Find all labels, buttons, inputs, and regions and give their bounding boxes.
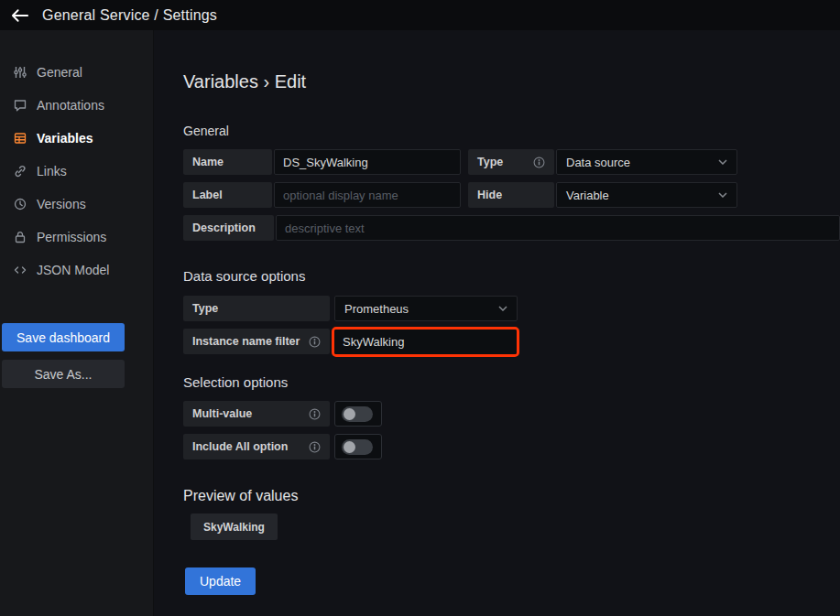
- chevron-down-icon: [718, 192, 727, 198]
- back-button[interactable]: [11, 8, 29, 23]
- sidebar-item-annotations[interactable]: Annotations: [0, 89, 153, 122]
- history-icon: [13, 197, 27, 211]
- type-label: Type: [468, 149, 554, 175]
- sidebar-item-json-model[interactable]: JSON Model: [0, 254, 153, 286]
- ds-type-select[interactable]: Prometheus: [334, 296, 518, 321]
- name-input[interactable]: [274, 149, 461, 175]
- chevron-down-icon: [498, 306, 507, 311]
- ds-type-label-text: Type: [192, 302, 218, 315]
- instance-name-filter-label-text: Instance name filter: [192, 335, 300, 348]
- sidebar-item-versions[interactable]: Versions: [0, 188, 153, 221]
- label-input[interactable]: [274, 182, 461, 208]
- label-label: Label: [183, 182, 272, 208]
- save-dashboard-button[interactable]: Save dashboard: [2, 323, 125, 351]
- link-icon: [13, 164, 27, 178]
- ds-type-row: Type Prometheus: [183, 296, 840, 321]
- sidebar-item-variables[interactable]: Variables: [0, 122, 153, 155]
- multi-value-label-text: Multi-value: [192, 407, 252, 420]
- include-all-toggle[interactable]: [334, 434, 382, 459]
- type-label-text: Type: [477, 156, 503, 168]
- multi-value-toggle[interactable]: [334, 401, 382, 427]
- preview-of-values-heading: Preview of values: [183, 488, 840, 504]
- header-bar: General Service / Settings: [0, 0, 840, 30]
- settings-sidebar: General Annotations Variables Links Vers: [0, 30, 154, 616]
- info-circle-icon: [533, 157, 545, 168]
- save-as-button[interactable]: Save As...: [2, 360, 125, 388]
- multi-value-label: Multi-value: [183, 401, 330, 427]
- chevron-down-icon: [718, 159, 727, 165]
- sidebar-item-permissions[interactable]: Permissions: [0, 221, 153, 254]
- page-breadcrumb: General Service / Settings: [42, 7, 217, 24]
- info-circle-icon: [309, 441, 321, 453]
- data-source-options-heading: Data source options: [183, 268, 840, 284]
- sidebar-actions: Save dashboard Save As...: [0, 323, 153, 388]
- lock-icon: [13, 230, 27, 244]
- sidebar-item-label: Variables: [37, 131, 93, 146]
- preview-value-chip: SkyWalking: [191, 513, 278, 540]
- info-circle-icon: [309, 408, 321, 420]
- ds-type-label: Type: [183, 296, 330, 321]
- name-label: Name: [183, 149, 272, 175]
- label-label-text: Label: [192, 189, 223, 201]
- type-select-value: Data source: [566, 156, 630, 169]
- toggle-track: [342, 406, 373, 422]
- instance-filter-row: Instance name filter: [183, 329, 840, 354]
- sidebar-item-general[interactable]: General: [0, 56, 153, 89]
- page-title: Variables › Edit: [183, 71, 840, 92]
- selection-options-heading: Selection options: [183, 374, 840, 390]
- settings-nav: General Annotations Variables Links Vers: [0, 30, 153, 286]
- hide-select[interactable]: Variable: [556, 182, 737, 208]
- general-section-heading: General: [183, 124, 840, 138]
- sidebar-item-label: Links: [37, 164, 67, 178]
- name-type-row: Name Type Data source: [183, 149, 840, 175]
- sidebar-item-links[interactable]: Links: [0, 155, 153, 188]
- instance-name-filter-label: Instance name filter: [183, 329, 330, 354]
- sidebar-item-label: Permissions: [37, 230, 106, 244]
- sliders-icon: [13, 65, 27, 80]
- update-button[interactable]: Update: [185, 567, 256, 595]
- name-label-text: Name: [192, 156, 224, 168]
- comment-icon: [13, 98, 27, 113]
- multi-value-row: Multi-value: [183, 401, 840, 427]
- highlight-annotation: [332, 327, 519, 357]
- settings-content: Variables › Edit General Name Type Data …: [154, 30, 840, 616]
- description-label-text: Description: [192, 222, 256, 234]
- description-input[interactable]: [276, 215, 840, 241]
- sidebar-item-label: Versions: [37, 197, 86, 211]
- sidebar-item-label: JSON Model: [37, 263, 109, 277]
- instance-name-filter-input[interactable]: [334, 330, 517, 354]
- sidebar-item-label: Annotations: [37, 98, 104, 113]
- type-select[interactable]: Data source: [556, 149, 737, 175]
- table-icon: [13, 131, 27, 146]
- hide-select-value: Variable: [566, 189, 609, 202]
- code-brackets-icon: [13, 263, 27, 277]
- include-all-row: Include All option: [183, 434, 840, 459]
- info-circle-icon: [309, 336, 321, 348]
- include-all-label: Include All option: [183, 434, 330, 459]
- description-label: Description: [183, 215, 274, 241]
- description-row: Description: [183, 215, 840, 241]
- hide-label-text: Hide: [477, 189, 502, 201]
- ds-type-select-value: Prometheus: [344, 302, 409, 316]
- hide-label: Hide: [468, 182, 554, 208]
- sidebar-item-label: General: [37, 65, 82, 80]
- preview-values: SkyWalking: [183, 513, 840, 540]
- include-all-label-text: Include All option: [192, 440, 288, 453]
- toggle-track: [342, 439, 373, 455]
- toggle-knob: [344, 408, 355, 420]
- toggle-knob: [344, 441, 355, 453]
- arrow-left-icon: [11, 8, 29, 23]
- label-hide-row: Label Hide Variable: [183, 182, 840, 208]
